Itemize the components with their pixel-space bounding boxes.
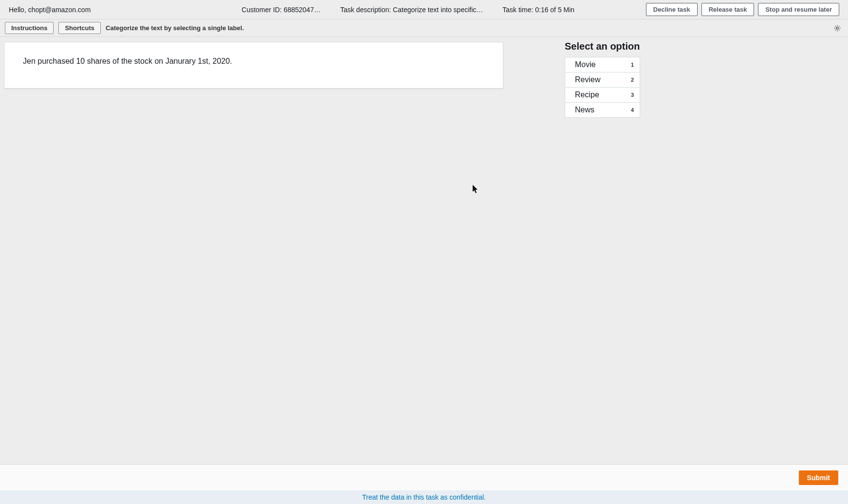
option-movie[interactable]: Movie 1 [565, 57, 640, 72]
task-time-text: Task time: 0:16 of 5 Min [502, 6, 574, 14]
option-shortcut: 2 [631, 77, 634, 83]
svg-point-0 [836, 27, 838, 29]
stop-resume-button[interactable]: Stop and resume later [758, 3, 839, 16]
options-title: Select an option [565, 41, 640, 52]
mouse-cursor-icon [473, 185, 479, 194]
task-description-text: Task description: Categorize text into s… [340, 6, 483, 14]
options-list: Movie 1 Review 2 Recipe 3 News 4 [565, 57, 640, 118]
header-button-row: Decline task Release task Stop and resum… [646, 3, 839, 16]
option-review[interactable]: Review 2 [565, 72, 640, 88]
option-news[interactable]: News 4 [565, 103, 640, 118]
settings-icon[interactable] [833, 24, 841, 32]
options-panel: Select an option Movie 1 Review 2 Recipe… [565, 41, 640, 118]
sub-header: Instructions Shortcuts Categorize the te… [0, 19, 848, 37]
option-label: Movie [575, 60, 596, 69]
option-shortcut: 3 [631, 92, 634, 98]
decline-task-button[interactable]: Decline task [646, 3, 698, 16]
option-label: News [575, 106, 594, 114]
top-header: Hello, chopt@amazon.com Customer ID: 688… [0, 0, 848, 19]
customer-id-text: Customer ID: 68852047… [241, 6, 321, 14]
header-meta-group: Customer ID: 68852047… Task description:… [241, 6, 574, 14]
submit-button[interactable]: Submit [799, 470, 838, 485]
option-shortcut: 1 [631, 62, 634, 68]
option-shortcut: 4 [631, 107, 634, 113]
task-hint-text: Categorize the text by selecting a singl… [106, 24, 244, 32]
confidential-bar: Treat the data in this task as confident… [0, 490, 848, 504]
greeting-text: Hello, chopt@amazon.com [9, 6, 91, 14]
footer-bar: Submit [0, 464, 848, 490]
option-label: Recipe [575, 90, 599, 99]
main-content: Jen purchased 10 shares of the stock on … [0, 37, 848, 464]
option-recipe[interactable]: Recipe 3 [565, 88, 640, 103]
text-card: Jen purchased 10 shares of the stock on … [4, 42, 503, 89]
option-label: Review [575, 75, 600, 84]
instructions-button[interactable]: Instructions [5, 22, 54, 34]
shortcuts-button[interactable]: Shortcuts [58, 22, 101, 34]
confidential-text: Treat the data in this task as confident… [362, 493, 486, 501]
classification-text: Jen purchased 10 shares of the stock on … [23, 57, 232, 65]
release-task-button[interactable]: Release task [701, 3, 755, 16]
